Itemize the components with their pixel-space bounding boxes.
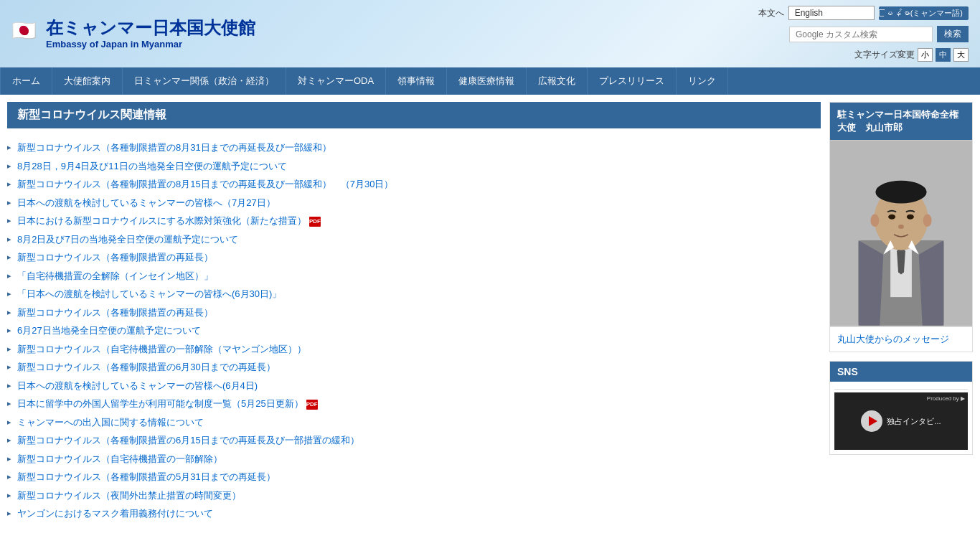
produced-by-label: Produced by ▶ xyxy=(927,395,965,402)
list-item: 「自宅待機措置の全解除（インセイン地区）」 xyxy=(7,267,821,286)
video-thumbnail[interactable]: Produced by ▶ 独占インタビ... xyxy=(834,392,968,450)
nav-item-home[interactable]: ホーム xyxy=(0,67,52,95)
list-item: 6月27日当地発全日空便の運航予定について xyxy=(7,321,821,340)
pdf-icon: PDF xyxy=(306,400,318,410)
nav-item-embassy[interactable]: 大使館案内 xyxy=(52,67,123,95)
content-area: 新型コロナウイルス関連情報 新型コロナウイルス（各種制限措置の8月31日までの再… xyxy=(7,102,821,526)
news-link[interactable]: 新型コロナウイルス（各種制限措置の再延長） xyxy=(17,252,213,263)
news-link[interactable]: 新型コロナウイルス（各種制限措置の5月31日までの再延長） xyxy=(17,471,275,482)
sns-divider xyxy=(834,389,968,390)
news-link[interactable]: 新型コロナウイルス（各種制限措置の6月15日までの再延長及び一部措置の緩和） xyxy=(17,435,359,446)
nav-item-health[interactable]: 健康医療情報 xyxy=(447,67,527,95)
font-size-row: 文字サイズ変更 小 中 大 xyxy=(854,48,969,62)
news-link[interactable]: 日本に留学中の外国人留学生が利用可能な制度一覧（5月25日更新） xyxy=(17,398,303,409)
news-link[interactable]: 新型コロナウイルス（各種制限措置の8月15日までの再延長及び一部緩和） （7月3… xyxy=(17,179,393,189)
news-link[interactable]: 新型コロナウイルス（各種制限措置の6月30日までの再延長） xyxy=(17,362,275,372)
video-label: 独占インタビ... xyxy=(887,416,941,427)
nav-item-culture[interactable]: 広報文化 xyxy=(527,67,588,95)
video-thumbnail-inner: 独占インタビ... xyxy=(861,410,941,432)
header: 🇯🇵 在ミャンマー日本国大使館 Embassy of Japan in Myan… xyxy=(0,0,980,67)
myanmar-link[interactable]: မြန်မာ(ミャンマー語) xyxy=(879,6,969,20)
language-row: 本文へ မြန်မာ(ミャンマー語) xyxy=(758,6,969,20)
list-item: 新型コロナウイルス（各種制限措置の8月31日までの再延長及び一部緩和） xyxy=(7,138,821,157)
list-item: 新型コロナウイルス（各種制限措置の5月31日までの再延長） xyxy=(7,468,821,486)
list-item: 新型コロナウイルス（各種制限措置の再延長） xyxy=(7,248,821,267)
news-link[interactable]: 「日本への渡航を検討しているミャンマーの皆様へ(6月30日)」 xyxy=(17,288,281,299)
svg-point-8 xyxy=(888,215,895,220)
sns-header: SNS xyxy=(830,362,972,382)
play-icon xyxy=(861,410,882,432)
news-link[interactable]: 新型コロナウイルス（各種制限措置の8月31日までの再延長及び一部緩和） xyxy=(17,142,331,153)
nav-item-oda[interactable]: 対ミャンマーODA xyxy=(286,67,386,95)
list-item: 新型コロナウイルス（各種制限措置の8月15日までの再延長及び一部緩和） （7月3… xyxy=(7,175,821,194)
list-item: 新型コロナウイルス（自宅待機措置の一部解除） xyxy=(7,450,821,468)
list-item: ヤンゴンにおけるマスク着用義務付けについて xyxy=(7,504,821,523)
main-navigation: ホーム大使館案内日ミャンマー関係（政治・経済）対ミャンマーODA領事情報健康医療… xyxy=(0,67,980,95)
list-item: 新型コロナウイルス（各種制限措置の再延長） xyxy=(7,303,821,322)
news-link[interactable]: 8月2日及び7日の当地発全日空便の運航予定について xyxy=(17,234,238,245)
svg-point-7 xyxy=(923,215,932,227)
svg-marker-13 xyxy=(859,240,884,326)
svg-point-6 xyxy=(870,215,879,227)
list-item: 新型コロナウイルス（夜間外出禁止措置の時間変更） xyxy=(7,486,821,505)
font-size-label: 文字サイズ変更 xyxy=(854,49,915,61)
news-link[interactable]: 新型コロナウイルス（自宅待機措置の一部解除（マヤンゴン地区）） xyxy=(17,344,306,354)
english-input[interactable] xyxy=(788,6,875,20)
search-button[interactable]: 検索 xyxy=(937,26,969,42)
svg-marker-14 xyxy=(919,240,944,326)
list-item: 日本における新型コロナウイルスにする水際対策強化（新たな措置）PDF xyxy=(7,212,821,230)
main-container: 新型コロナウイルス関連情報 新型コロナウイルス（各種制限措置の8月31日までの再… xyxy=(0,95,980,533)
list-item: 新型コロナウイルス（自宅待機措置の一部解除（マヤンゴン地区）） xyxy=(7,340,821,359)
sidebar: 駐ミャンマー日本国特命全権大使 丸山市郎 xyxy=(829,102,973,526)
font-size-small-button[interactable]: 小 xyxy=(918,48,933,62)
play-triangle xyxy=(869,416,877,426)
search-input[interactable] xyxy=(789,27,933,42)
list-item: 日本に留学中の外国人留学生が利用可能な制度一覧（5月25日更新）PDF xyxy=(7,395,821,413)
svg-point-9 xyxy=(907,215,914,220)
nav-item-press[interactable]: プレスリリース xyxy=(588,67,677,95)
news-link[interactable]: 日本への渡航を検討しているミャンマーの皆様へ（7月27日） xyxy=(17,197,275,208)
svg-point-5 xyxy=(875,181,926,204)
header-right: 本文へ မြန်မာ(ミャンマー語) 検索 文字サイズ変更 小 中 大 xyxy=(758,6,969,62)
list-item: 日本への渡航を検討しているミャンマーの皆様へ（7月27日） xyxy=(7,194,821,212)
honbun-link[interactable]: 本文へ xyxy=(758,7,784,19)
sns-section: SNS Produced by ▶ 独占インタビ... xyxy=(829,361,973,455)
ambassador-header: 駐ミャンマー日本国特命全権大使 丸山市郎 xyxy=(830,103,972,140)
news-link[interactable]: 新型コロナウイルス（自宅待機措置の一部解除） xyxy=(17,453,222,464)
site-title-block: 在ミャンマー日本国大使館 Embassy of Japan in Myanmar xyxy=(46,18,255,50)
news-link[interactable]: ミャンマーへの出入国に関する情報について xyxy=(17,417,204,428)
news-link[interactable]: 「自宅待機措置の全解除（インセイン地区）」 xyxy=(17,270,213,281)
nav-item-relations[interactable]: 日ミャンマー関係（政治・経済） xyxy=(123,67,286,95)
pdf-icon: PDF xyxy=(309,217,321,227)
ambassador-photo xyxy=(830,140,972,326)
font-size-large-button[interactable]: 大 xyxy=(953,48,969,62)
japan-flag: 🇯🇵 xyxy=(11,21,37,47)
news-link[interactable]: 6月27日当地発全日空便の運航予定について xyxy=(17,325,201,336)
news-link[interactable]: 日本における新型コロナウイルスにする水際対策強化（新たな措置） xyxy=(17,215,306,226)
ambassador-section: 駐ミャンマー日本国特命全権大使 丸山市郎 xyxy=(829,102,973,352)
news-link[interactable]: 新型コロナウイルス（夜間外出禁止措置の時間変更） xyxy=(17,490,241,501)
sns-content: Produced by ▶ 独占インタビ... xyxy=(830,382,972,454)
list-item: 日本への渡航を検討しているミャンマーの皆様へ(6月4日) xyxy=(7,377,821,395)
list-item: 8月28日，9月4日及び11日の当地発全日空便の運航予定について xyxy=(7,157,821,176)
news-link[interactable]: 日本への渡航を検討しているミャンマーの皆様へ(6月4日) xyxy=(17,380,258,391)
list-item: 新型コロナウイルス（各種制限措置の6月30日までの再延長） xyxy=(7,358,821,377)
news-link[interactable]: 8月28日，9月4日及び11日の当地発全日空便の運航予定について xyxy=(17,161,287,171)
site-title-japanese: 在ミャンマー日本国大使館 xyxy=(46,18,255,39)
font-size-medium-button[interactable]: 中 xyxy=(936,48,951,62)
list-item: ミャンマーへの出入国に関する情報について xyxy=(7,413,821,432)
section-header: 新型コロナウイルス関連情報 xyxy=(7,102,821,128)
ambassador-message-link[interactable]: 丸山大使からのメッセージ xyxy=(830,326,972,352)
news-list: 新型コロナウイルス（各種制限措置の8月31日までの再延長及び一部緩和）8月28日… xyxy=(7,136,821,526)
list-item: 新型コロナウイルス（各種制限措置の6月15日までの再延長及び一部措置の緩和） xyxy=(7,431,821,450)
svg-marker-3 xyxy=(897,246,905,275)
news-link[interactable]: ヤンゴンにおけるマスク着用義務付けについて xyxy=(17,508,213,519)
news-link[interactable]: 新型コロナウイルス（各種制限措置の再延長） xyxy=(17,307,213,318)
list-item: 「日本への渡航を検討しているミャンマーの皆様へ(6月30日)」 xyxy=(7,285,821,303)
nav-item-links[interactable]: リンク xyxy=(677,67,728,95)
search-row: 検索 xyxy=(789,26,969,42)
list-item: 8月2日及び7日の当地発全日空便の運航予定について xyxy=(7,230,821,249)
site-title-english: Embassy of Japan in Myanmar xyxy=(46,39,255,50)
nav-item-consular[interactable]: 領事情報 xyxy=(386,67,447,95)
header-left: 🇯🇵 在ミャンマー日本国大使館 Embassy of Japan in Myan… xyxy=(11,18,255,50)
